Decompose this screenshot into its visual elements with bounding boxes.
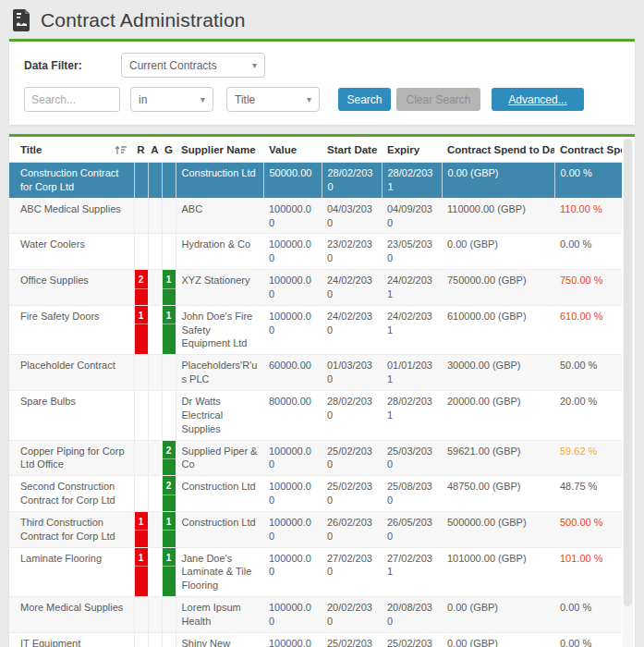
- column-header-supplier: Supplier Name: [176, 137, 263, 163]
- table-row[interactable]: Spare BulbsDr Watts Electrical Supplies8…: [9, 390, 622, 440]
- cell-supplier: Supplied Piper & Co: [176, 440, 263, 476]
- cell-title: Water Coolers: [9, 234, 134, 270]
- cell-spend-to-date: 0.00 (GBP): [442, 632, 554, 647]
- chevron-down-icon: ▾: [307, 94, 311, 104]
- cell-supplier: XYZ Stationery: [176, 270, 263, 306]
- table-row[interactable]: Fire Safety Doors11John Doe's Fire Safet…: [9, 305, 622, 355]
- cell-rag-r: [134, 390, 148, 440]
- cell-rag-r: [134, 597, 148, 633]
- cell-rag-g: 2: [162, 440, 176, 476]
- cell-spend-to-date: 0.00 (GBP): [442, 597, 554, 633]
- cell-start-date: 28/02/2030: [322, 163, 382, 199]
- cell-start-date: 20/02/2030: [322, 597, 382, 633]
- search-in-select[interactable]: in ▾: [130, 87, 213, 112]
- cell-rag-g: [162, 198, 176, 234]
- cell-supplier: Lorem Ipsum Health: [176, 597, 263, 633]
- cell-value: 100000.00: [263, 547, 322, 597]
- search-input[interactable]: [24, 87, 120, 112]
- table-row[interactable]: Third Construction Contract for Corp Ltd…: [9, 511, 622, 547]
- contracts-table-panel: Title R A G Supplier Name Value Start Da…: [9, 134, 635, 647]
- cell-rag-g: [162, 355, 176, 391]
- cell-rag-r: [134, 632, 148, 647]
- cell-title: IT Equipment: [9, 632, 134, 647]
- table-row[interactable]: IT EquipmentShiny New Computers100000.00…: [9, 632, 622, 647]
- cell-start-date: 25/02/2030: [322, 440, 382, 476]
- rag-badge: 1: [163, 548, 176, 568]
- cell-rag-g: [162, 234, 176, 270]
- column-header-g: G: [162, 137, 176, 163]
- cell-expiry: 28/02/2031: [382, 390, 442, 440]
- cell-spend-to-date: 750000.00 (GBP): [442, 270, 554, 306]
- cell-start-date: 23/02/2030: [322, 234, 382, 270]
- cell-title: More Medical Supplies: [9, 597, 134, 633]
- cell-rag-g: [162, 390, 176, 440]
- cell-supplier: Hydration & Co: [176, 234, 263, 270]
- search-field-select[interactable]: Title ▾: [226, 87, 320, 112]
- cell-rag-r: 1: [134, 511, 148, 547]
- cell-spend-to-date: 48750.00 (GBP): [442, 476, 554, 512]
- cell-spend-to-date: 0.00 (GBP): [442, 163, 554, 199]
- vertical-scrollbar[interactable]: [623, 139, 633, 647]
- advanced-button[interactable]: Advanced...: [492, 88, 584, 111]
- cell-spend-to-date: 110000.00 (GBP): [442, 198, 554, 234]
- table-row[interactable]: Placeholder ContractPlaceholders'R'us PL…: [9, 355, 622, 391]
- rag-badge: 1: [163, 270, 176, 289]
- cell-spend-to-date: 500000.00 (GBP): [442, 511, 554, 547]
- cell-spend-to-date: 20000.00 (GBP): [442, 390, 554, 440]
- cell-rag-g: 1: [162, 270, 176, 306]
- table-row[interactable]: Copper Piping for Corp Ltd Office2Suppli…: [9, 440, 622, 476]
- clear-search-button[interactable]: Clear Search: [396, 88, 480, 111]
- cell-rag-r: [134, 440, 148, 476]
- cell-rag-g: [162, 163, 176, 199]
- cell-rag-a: [148, 234, 162, 270]
- cell-rag-g: 1: [162, 511, 176, 547]
- cell-supplier: Construction Ltd: [176, 163, 263, 199]
- cell-title: Third Construction Contract for Corp Ltd: [9, 511, 134, 547]
- column-header-title[interactable]: Title: [9, 137, 134, 163]
- contracts-table: Title R A G Supplier Name Value Start Da…: [9, 137, 622, 647]
- cell-value: 100000.00: [263, 198, 322, 234]
- column-header-expiry: Expiry: [382, 137, 442, 163]
- cell-spend-pct: 110.00 %: [554, 198, 622, 234]
- table-header-row: Title R A G Supplier Name Value Start Da…: [9, 137, 622, 163]
- cell-expiry: 20/08/2030: [382, 597, 442, 633]
- cell-rag-g: 1: [162, 547, 176, 597]
- cell-rag-a: [148, 511, 162, 547]
- cell-supplier: John Doe's Fire Safety Equipment Ltd: [176, 305, 263, 355]
- cell-supplier: Construction Ltd: [176, 476, 263, 512]
- sort-icon[interactable]: [115, 145, 127, 155]
- search-field-selected-value: Title: [235, 93, 255, 106]
- rag-badge: 2: [135, 270, 148, 289]
- cell-value: 100000.00: [263, 440, 322, 476]
- cell-start-date: 24/02/2030: [322, 305, 382, 355]
- cell-rag-r: [134, 163, 148, 199]
- data-filter-select[interactable]: Current Contracts ▾: [121, 53, 265, 78]
- cell-title: Second Construction Contract for Corp Lt…: [9, 476, 134, 512]
- vertical-scrollbar-thumb[interactable]: [624, 139, 632, 606]
- cell-expiry: 27/02/2031: [382, 547, 442, 597]
- search-button[interactable]: Search: [338, 88, 391, 111]
- cell-spend-pct: 50.00 %: [554, 355, 622, 391]
- cell-start-date: 25/02/2030: [322, 476, 382, 512]
- cell-supplier: Jane Doe's Laminate & Tile Flooring: [176, 547, 263, 597]
- search-in-selected-value: in: [139, 93, 147, 106]
- cell-start-date: 25/02/2030: [322, 632, 382, 647]
- cell-value: 60000.00: [263, 355, 322, 391]
- cell-rag-g: [162, 597, 176, 633]
- cell-rag-g: [162, 632, 176, 647]
- cell-rag-a: [148, 163, 162, 199]
- table-row[interactable]: Water CoolersHydration & Co100000.0023/0…: [9, 234, 622, 270]
- cell-rag-r: [134, 476, 148, 512]
- cell-rag-a: [148, 547, 162, 597]
- cell-start-date: 04/03/2030: [322, 198, 382, 234]
- table-row[interactable]: More Medical SuppliesLorem Ipsum Health1…: [9, 597, 622, 633]
- table-row[interactable]: Second Construction Contract for Corp Lt…: [9, 476, 622, 512]
- table-row[interactable]: ABC Medical SuppliesABC100000.0004/03/20…: [9, 198, 622, 234]
- table-row[interactable]: Construction Contract for Corp LtdConstr…: [9, 163, 622, 199]
- table-row[interactable]: Laminate Flooring11Jane Doe's Laminate &…: [9, 547, 622, 597]
- cell-expiry: 01/01/2031: [382, 355, 442, 391]
- table-row[interactable]: Office Supplies21XYZ Stationery100000.00…: [9, 270, 622, 306]
- table-scroll-area: Title R A G Supplier Name Value Start Da…: [9, 137, 622, 647]
- cell-expiry: 04/09/2030: [382, 198, 442, 234]
- cell-rag-r: [134, 355, 148, 391]
